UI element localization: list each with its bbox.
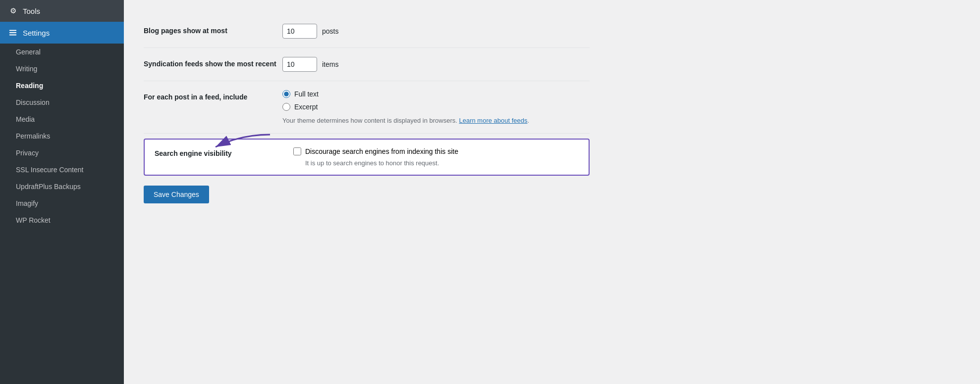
blog-pages-control: posts xyxy=(282,24,590,39)
excerpt-label: Excerpt xyxy=(294,103,318,111)
full-text-radio[interactable] xyxy=(282,90,290,98)
theme-note: Your theme determines how content is dis… xyxy=(282,117,590,124)
sidebar-item-wprocket[interactable]: WP Rocket xyxy=(0,212,124,229)
sidebar-item-settings[interactable]: Settings xyxy=(0,22,124,44)
syndication-feeds-label: Syndication feeds show the most recent xyxy=(144,57,282,69)
sidebar-item-imagify[interactable]: Imagify xyxy=(0,195,124,212)
sidebar-item-updraftplus[interactable]: UpdraftPlus Backups xyxy=(0,178,124,195)
blog-pages-input[interactable] xyxy=(282,24,317,39)
learn-more-link[interactable]: Learn more about feeds xyxy=(459,117,527,124)
save-changes-section: Save Changes xyxy=(144,186,590,203)
tools-icon: ⚙ xyxy=(8,6,18,16)
settings-table: Blog pages show at most posts Syndicatio… xyxy=(144,15,590,203)
theme-note-text: Your theme determines how content is dis… xyxy=(282,117,459,124)
full-text-label: Full text xyxy=(294,90,319,98)
search-visibility-row: Search engine visibility Discourage sear… xyxy=(144,139,590,176)
svg-rect-0 xyxy=(9,30,16,31)
full-text-option[interactable]: Full text xyxy=(282,90,590,98)
syndication-feeds-input-group: items xyxy=(282,57,590,72)
search-visibility-checkbox[interactable] xyxy=(293,147,301,155)
blog-pages-row: Blog pages show at most posts xyxy=(144,15,590,48)
blog-pages-input-group: posts xyxy=(282,24,590,39)
sidebar-item-writing[interactable]: Writing xyxy=(0,60,124,77)
svg-rect-1 xyxy=(9,32,16,33)
sidebar-item-general[interactable]: General xyxy=(0,44,124,60)
syndication-feeds-control: items xyxy=(282,57,590,72)
sidebar-item-media[interactable]: Media xyxy=(0,111,124,128)
feed-radio-group: Full text Excerpt xyxy=(282,90,590,111)
sidebar-item-privacy[interactable]: Privacy xyxy=(0,144,124,161)
sidebar-item-discussion[interactable]: Discussion xyxy=(0,94,124,111)
settings-icon xyxy=(8,28,18,38)
feed-include-control: Full text Excerpt Your theme determines … xyxy=(282,90,590,124)
svg-rect-2 xyxy=(9,35,16,36)
search-visibility-checkbox-option[interactable]: Discourage search engines from indexing … xyxy=(293,147,579,155)
sidebar-settings-label: Settings xyxy=(23,29,50,37)
save-changes-button[interactable]: Save Changes xyxy=(144,186,209,203)
syndication-feeds-row: Syndication feeds show the most recent i… xyxy=(144,48,590,81)
search-visibility-label: Search engine visibility xyxy=(155,147,293,157)
search-visibility-note: It is up to search engines to honor this… xyxy=(293,159,579,167)
blog-pages-suffix: posts xyxy=(322,27,338,35)
syndication-feeds-input[interactable] xyxy=(282,57,317,72)
sidebar-item-permalinks[interactable]: Permalinks xyxy=(0,128,124,144)
excerpt-radio[interactable] xyxy=(282,103,290,111)
sidebar: ⚙ Tools Settings General Writing Reading… xyxy=(0,0,124,384)
syndication-feeds-suffix: items xyxy=(322,60,338,68)
search-visibility-checkbox-label: Discourage search engines from indexing … xyxy=(305,147,458,155)
sidebar-item-reading[interactable]: Reading xyxy=(0,77,124,94)
sidebar-item-ssl[interactable]: SSL Insecure Content xyxy=(0,161,124,178)
sidebar-item-tools[interactable]: ⚙ Tools xyxy=(0,0,124,22)
excerpt-option[interactable]: Excerpt xyxy=(282,103,590,111)
feed-include-label: For each post in a feed, include xyxy=(144,90,282,102)
feed-include-row: For each post in a feed, include Full te… xyxy=(144,81,590,134)
main-content: Blog pages show at most posts Syndicatio… xyxy=(124,0,980,384)
sidebar-tools-label: Tools xyxy=(23,7,40,15)
theme-note-period: . xyxy=(528,117,530,124)
search-visibility-control: Discourage search engines from indexing … xyxy=(293,147,579,167)
blog-pages-label: Blog pages show at most xyxy=(144,24,282,36)
